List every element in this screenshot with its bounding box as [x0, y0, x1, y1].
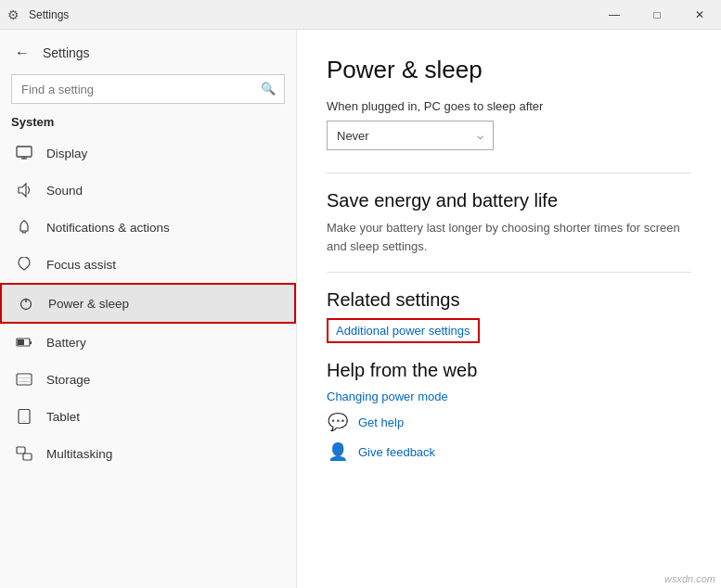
sidebar-section-label: System [0, 111, 296, 134]
minimize-button[interactable]: — [593, 0, 636, 30]
energy-desc: Make your battery last longer by choosin… [327, 219, 691, 255]
svg-marker-3 [19, 184, 26, 197]
settings-icon: ⚙ [7, 7, 19, 22]
app-body: ← Settings 🔍 System Display [0, 30, 721, 588]
tablet-label: Tablet [46, 410, 80, 424]
svg-rect-10 [17, 374, 32, 385]
notifications-icon [15, 218, 33, 236]
help-heading: Help from the web [327, 360, 691, 381]
storage-label: Storage [46, 373, 90, 387]
sound-icon [15, 181, 33, 199]
get-help-link[interactable]: Get help [358, 415, 404, 429]
svg-rect-9 [18, 339, 24, 345]
titlebar-title: Settings [29, 8, 69, 21]
section-divider-2 [327, 272, 691, 273]
titlebar-controls: — □ ✕ [593, 0, 721, 30]
section-divider-1 [327, 173, 691, 173]
multitasking-icon [15, 444, 33, 463]
sleep-label: When plugged in, PC goes to sleep after [327, 99, 691, 113]
titlebar: ⚙ Settings — □ ✕ [0, 0, 721, 30]
nav-item-focus[interactable]: Focus assist [0, 246, 296, 283]
additional-power-settings-link[interactable]: Additional power settings [327, 318, 480, 343]
nav-item-display[interactable]: Display [0, 134, 296, 172]
feedback-link[interactable]: Give feedback [358, 445, 435, 459]
sleep-dropdown[interactable]: Never ⌵ [327, 121, 494, 150]
svg-rect-16 [23, 454, 32, 460]
search-input[interactable] [11, 74, 285, 104]
close-button[interactable]: ✕ [678, 0, 721, 30]
notifications-label: Notifications & actions [46, 221, 170, 235]
sound-label: Sound [46, 184, 83, 198]
nav-item-tablet[interactable]: Tablet [0, 398, 296, 435]
svg-rect-8 [30, 341, 32, 344]
svg-rect-11 [17, 377, 32, 378]
nav-item-multitasking[interactable]: Multitasking [0, 435, 296, 472]
nav-item-notifications[interactable]: Notifications & actions [0, 209, 296, 246]
nav-item-storage[interactable]: Storage [0, 361, 296, 398]
display-label: Display [46, 147, 87, 160]
power-icon [17, 294, 35, 313]
storage-icon [15, 370, 33, 389]
svg-rect-15 [17, 447, 25, 454]
get-help-item: 💬 Get help [327, 411, 691, 433]
nav-item-power[interactable]: Power & sleep [0, 283, 296, 324]
back-button[interactable]: ← [11, 41, 33, 65]
search-icon: 🔍 [261, 82, 276, 96]
nav-item-battery[interactable]: Battery [0, 324, 296, 361]
nav-item-sound[interactable]: Sound [0, 172, 296, 209]
content-area: Power & sleep When plugged in, PC goes t… [297, 30, 721, 588]
sleep-dropdown-wrap: Never ⌵ [327, 121, 691, 150]
energy-heading: Save energy and battery life [327, 190, 691, 211]
tablet-icon [15, 407, 33, 426]
display-icon [15, 144, 33, 162]
battery-label: Battery [46, 336, 86, 350]
titlebar-left: ⚙ Settings [7, 7, 69, 22]
changing-power-mode-link[interactable]: Changing power mode [327, 390, 448, 403]
multitasking-label: Multitasking [46, 447, 112, 461]
get-help-icon: 💬 [327, 411, 349, 433]
power-label: Power & sleep [48, 297, 129, 311]
focus-label: Focus assist [46, 258, 116, 272]
page-title: Power & sleep [327, 56, 691, 84]
sidebar: ← Settings 🔍 System Display [0, 30, 297, 588]
search-box-wrap: 🔍 [0, 65, 296, 111]
feedback-icon: 👤 [327, 441, 349, 463]
focus-icon [15, 255, 33, 274]
svg-rect-12 [17, 381, 32, 382]
feedback-item: 👤 Give feedback [327, 441, 691, 463]
sidebar-app-title: Settings [43, 45, 90, 60]
watermark: wsxdn.com [664, 573, 715, 584]
related-settings-heading: Related settings [327, 289, 691, 311]
battery-icon [15, 333, 33, 352]
sleep-value: Never [337, 129, 369, 143]
svg-rect-0 [17, 147, 32, 157]
dropdown-arrow-icon: ⌵ [477, 129, 483, 142]
maximize-button[interactable]: □ [636, 0, 678, 30]
sidebar-top: ← Settings [0, 30, 296, 65]
